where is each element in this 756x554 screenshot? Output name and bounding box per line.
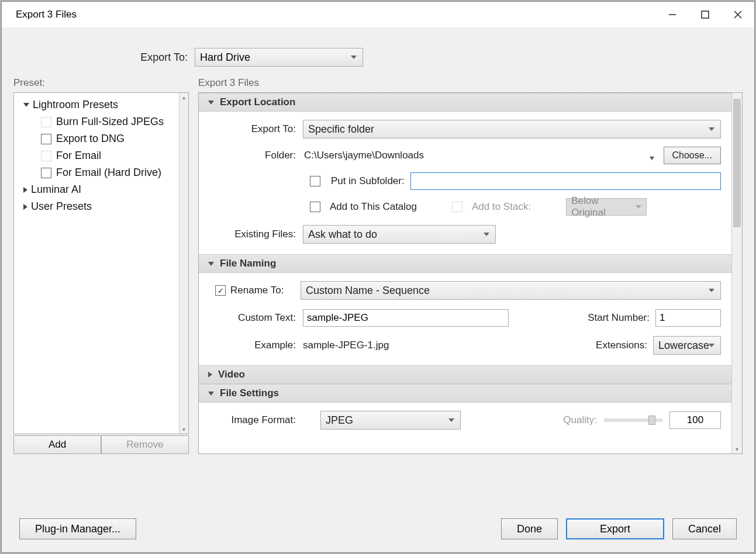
add-catalog-label: Add to This Catalog bbox=[330, 201, 417, 213]
start-number-label: Start Number: bbox=[588, 312, 655, 324]
custom-text-input[interactable] bbox=[303, 309, 509, 327]
choose-folder-button[interactable]: Choose... bbox=[664, 147, 721, 164]
panel-header-file-naming[interactable]: File Naming bbox=[199, 254, 731, 273]
image-format-select[interactable]: JPEG bbox=[320, 411, 461, 430]
export-button[interactable]: Export bbox=[566, 518, 664, 539]
checkbox-icon[interactable] bbox=[41, 134, 51, 144]
folder-path: C:\Users\jayme\Downloads bbox=[303, 150, 650, 161]
add-stack-checkbox bbox=[452, 202, 462, 212]
svg-rect-1 bbox=[702, 11, 709, 18]
subfolder-input[interactable] bbox=[410, 172, 721, 190]
export-to-label2: Export To: bbox=[209, 123, 303, 135]
extensions-label: Extensions: bbox=[596, 340, 653, 351]
preset-label: Preset: bbox=[13, 77, 189, 89]
rename-checkbox[interactable] bbox=[215, 285, 226, 296]
export-to-select[interactable]: Hard Drive bbox=[195, 48, 363, 67]
folder-dropdown-icon[interactable] bbox=[650, 151, 658, 160]
quality-label: Quality: bbox=[563, 414, 597, 426]
quality-slider[interactable] bbox=[604, 418, 662, 422]
example-label: Example: bbox=[209, 340, 303, 351]
extensions-select[interactable]: Lowercase bbox=[653, 336, 721, 355]
folder-label: Folder: bbox=[209, 150, 303, 161]
slider-thumb[interactable] bbox=[648, 416, 655, 425]
rename-label: Rename To: bbox=[230, 285, 301, 296]
scroll-up-icon: ▴ bbox=[181, 93, 187, 102]
put-subfolder-label: Put in Subfolder: bbox=[331, 175, 405, 187]
example-value: sample-JPEG-1.jpg bbox=[303, 340, 389, 351]
add-stack-label: Add to Stack: bbox=[472, 201, 531, 213]
chevron-down-icon bbox=[23, 103, 29, 107]
put-subfolder-checkbox[interactable] bbox=[310, 176, 320, 186]
add-preset-button[interactable]: Add bbox=[13, 435, 101, 454]
cancel-button[interactable]: Cancel bbox=[672, 518, 737, 539]
quality-input[interactable] bbox=[669, 411, 721, 429]
export-to-folder-select[interactable]: Specific folder bbox=[303, 120, 721, 138]
minimize-button[interactable] bbox=[656, 2, 689, 27]
done-button[interactable]: Done bbox=[501, 518, 558, 539]
preset-item[interactable]: For Email bbox=[18, 147, 180, 164]
checkbox-icon[interactable] bbox=[41, 117, 51, 127]
triangle-down-icon bbox=[208, 101, 214, 105]
close-button[interactable] bbox=[722, 2, 754, 27]
preset-group-luminar[interactable]: Luminar AI bbox=[18, 181, 180, 198]
export-to-label: Export To: bbox=[13, 51, 195, 64]
checkbox-icon[interactable] bbox=[41, 168, 51, 178]
preset-item[interactable]: Burn Full-Sized JPEGs bbox=[18, 113, 180, 130]
preset-group-lightroom[interactable]: Lightroom Presets bbox=[18, 96, 180, 113]
scroll-down-icon: ▾ bbox=[732, 446, 742, 452]
start-number-input[interactable] bbox=[655, 309, 721, 327]
chevron-right-icon bbox=[23, 187, 27, 193]
preset-group-user[interactable]: User Presets bbox=[18, 198, 180, 215]
stack-position-select: Below Original bbox=[566, 198, 647, 216]
existing-files-select[interactable]: Ask what to do bbox=[303, 225, 496, 244]
title-bar: Export 3 Files bbox=[2, 2, 754, 27]
checkbox-icon[interactable] bbox=[41, 151, 51, 161]
scrollbar-thumb[interactable] bbox=[733, 99, 741, 227]
panel-header-video[interactable]: Video bbox=[199, 365, 731, 384]
image-format-label: Image Format: bbox=[209, 414, 303, 426]
maximize-button[interactable] bbox=[689, 2, 722, 27]
add-catalog-checkbox[interactable] bbox=[310, 202, 320, 212]
preset-listbox[interactable]: Lightroom Presets Burn Full-Sized JPEGs … bbox=[13, 92, 189, 434]
scroll-down-icon: ▾ bbox=[181, 425, 187, 434]
rename-scheme-select[interactable]: Custom Name - Sequence bbox=[301, 281, 721, 300]
panel-header-file-settings[interactable]: File Settings bbox=[199, 384, 731, 403]
preset-scrollbar[interactable]: ▴ ▾ bbox=[179, 93, 188, 434]
plugin-manager-button[interactable]: Plug-in Manager... bbox=[19, 518, 136, 539]
main-count-label: Export 3 Files bbox=[198, 77, 743, 89]
existing-label: Existing Files: bbox=[209, 228, 303, 240]
chevron-right-icon bbox=[23, 204, 27, 210]
triangle-down-icon bbox=[208, 262, 214, 266]
preset-item[interactable]: Export to DNG bbox=[18, 130, 180, 147]
panel-header-export-location[interactable]: Export Location bbox=[199, 93, 731, 112]
custom-text-label: Custom Text: bbox=[209, 312, 303, 324]
triangle-right-icon bbox=[208, 372, 212, 378]
triangle-down-icon bbox=[208, 392, 214, 396]
main-scrollbar[interactable]: ▾ bbox=[731, 93, 742, 453]
remove-preset-button[interactable]: Remove bbox=[101, 435, 189, 454]
preset-item[interactable]: For Email (Hard Drive) bbox=[18, 164, 180, 181]
window-title: Export 3 Files bbox=[16, 9, 77, 20]
